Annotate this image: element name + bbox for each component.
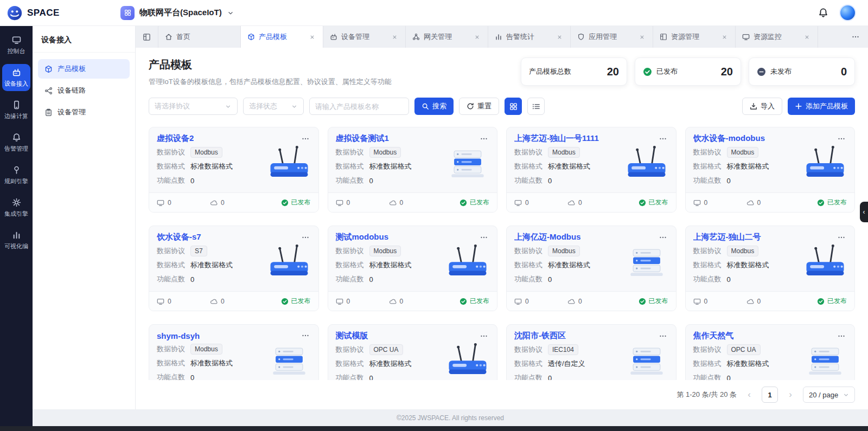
product-card[interactable]: 焦作天然气 数据协议OPC UA 数据格式标准数据格式 功能点数0 — [685, 324, 856, 380]
product-title-link[interactable]: 焦作天然气 — [693, 331, 734, 341]
product-title-link[interactable]: 虚拟设备测试1 — [336, 133, 389, 144]
product-card[interactable]: 饮水设备-modobus 数据协议Modbus 数据格式标准数据格式 功能点数0 — [685, 127, 856, 213]
tab-device-manage[interactable]: 设备管理 — [323, 26, 406, 48]
card-menu-button[interactable] — [837, 134, 847, 144]
product-card[interactable]: 测试modobus 数据协议Modbus 数据格式标准数据格式 功能点数0 — [328, 226, 498, 311]
card-menu-button[interactable] — [659, 331, 668, 341]
sidebar-item-device-manage[interactable]: 设备管理 — [38, 102, 130, 122]
card-menu-button[interactable] — [480, 134, 489, 144]
tab-close-icon[interactable] — [638, 33, 646, 41]
select-placeholder: 选择状态 — [249, 101, 286, 111]
publish-status-badge: 已发布 — [817, 297, 847, 306]
rail-item-rule-engine[interactable]: 规则引擎 — [2, 162, 30, 189]
card-menu-button[interactable] — [480, 233, 489, 242]
points-label: 功能点数 — [157, 274, 185, 284]
tab-close-icon[interactable] — [391, 33, 399, 41]
protocol-tag: IEC104 — [548, 344, 578, 355]
format-value: 标准数据格式 — [727, 260, 769, 270]
product-card[interactable]: 测试模版 数据协议OPC UA 数据格式标准数据格式 功能点数0 — [328, 324, 498, 380]
rail-item-edge-computing[interactable]: 边缘计算 — [2, 97, 30, 124]
user-avatar[interactable] — [839, 4, 856, 21]
card-menu-button[interactable] — [659, 134, 668, 144]
status-select[interactable]: 选择状态 — [243, 98, 304, 115]
protocol-select[interactable]: 请选择协议 — [149, 98, 238, 115]
ellipsis-icon — [659, 332, 667, 340]
tab-resource-manage[interactable]: 资源管理 — [653, 26, 736, 48]
card-menu-button[interactable] — [837, 331, 847, 341]
tab-close-icon[interactable] — [556, 33, 564, 41]
workspace-selector[interactable]: 物联网平台(SpaceIoT) — [120, 6, 234, 20]
next-page-button[interactable]: › — [783, 388, 797, 402]
product-title-link[interactable]: 上海艺迈-独山二号 — [693, 232, 761, 242]
product-card[interactable]: 上海亿迈-Modbus 数据协议Modbus 数据格式标准数据格式 功能点数0 — [506, 226, 676, 311]
product-card[interactable]: 沈阳市-铁西区 数据协议IEC104 数据格式透传/自定义 功能点数0 — [506, 324, 676, 380]
rail-item-device-access[interactable]: 设备接入 — [2, 64, 30, 91]
points-value: 0 — [548, 374, 552, 381]
card-menu-button[interactable] — [659, 233, 668, 242]
rule-engine-icon — [12, 165, 21, 175]
product-title-link[interactable]: 沈阳市-铁西区 — [514, 331, 566, 341]
tab-close-icon[interactable] — [803, 33, 811, 41]
tab-home[interactable]: 首页 — [158, 26, 241, 48]
tab-list-icon-button[interactable] — [136, 26, 158, 48]
protocol-label: 数据协议 — [336, 345, 364, 355]
prev-page-button[interactable]: ‹ — [742, 388, 756, 402]
tab-product-template[interactable]: 产品模板 — [241, 26, 323, 48]
tab-close-icon[interactable] — [473, 33, 481, 41]
more-dots-icon — [851, 33, 860, 41]
list-view-button[interactable] — [527, 98, 545, 115]
sidebar-item-product-template[interactable]: 产品模板 — [38, 59, 130, 79]
card-menu-button[interactable] — [301, 134, 311, 144]
card-menu-button[interactable] — [837, 233, 847, 242]
grid-view-button[interactable] — [505, 98, 522, 115]
page-footer: ©2025 JWSPACE. All rights reserved — [33, 409, 868, 426]
product-card[interactable]: 饮水设备-s7 数据协议S7 数据格式标准数据格式 功能点数0 — [149, 226, 319, 311]
tab-gateway-manage[interactable]: 网关管理 — [406, 26, 488, 48]
tab-close-icon[interactable] — [308, 33, 316, 41]
card-menu-button[interactable] — [301, 233, 311, 242]
product-card[interactable]: 虚拟设备2 数据协议Modbus 数据格式标准数据格式 功能点数0 — [149, 127, 319, 213]
product-title-link[interactable]: 饮水设备-s7 — [157, 232, 201, 242]
tab-resource-monitor[interactable]: 资源监控 — [736, 26, 818, 48]
device-count: 0 — [336, 298, 389, 305]
product-title-link[interactable]: 饮水设备-modobus — [693, 133, 765, 144]
publish-status-label: 已发布 — [649, 198, 668, 207]
notification-bell-icon[interactable] — [818, 8, 828, 18]
tab-app-manage[interactable]: 应用管理 — [571, 26, 653, 48]
rail-item-integration-engine[interactable]: 集成引擎 — [2, 194, 30, 221]
product-card[interactable]: shym-dsyh 数据协议Modbus 数据格式标准数据格式 功能点数0 — [149, 324, 319, 380]
publish-status-badge: 已发布 — [817, 198, 847, 207]
search-button[interactable]: 搜索 — [414, 98, 454, 115]
product-grid: 虚拟设备2 数据协议Modbus 数据格式标准数据格式 功能点数0 — [149, 127, 855, 380]
template-name-input[interactable] — [309, 98, 409, 115]
product-card[interactable]: 上海艺迈-独山一号1111 数据协议Modbus 数据格式标准数据格式 功能点数… — [506, 127, 676, 213]
points-value: 0 — [369, 374, 373, 381]
card-menu-button[interactable] — [480, 331, 489, 341]
publish-status-label: 已发布 — [827, 297, 847, 306]
product-title-link[interactable]: 测试modobus — [336, 232, 389, 242]
product-title-link[interactable]: 上海亿迈-Modbus — [514, 232, 580, 242]
tab-alarm-stats[interactable]: 告警统计 — [488, 26, 571, 48]
card-menu-button[interactable] — [301, 331, 311, 340]
publish-status-badge: 已发布 — [639, 198, 668, 207]
sidebar-item-device-link[interactable]: 设备链路 — [38, 81, 130, 100]
product-card[interactable]: 上海艺迈-独山二号 数据协议Modbus 数据格式标准数据格式 功能点数0 — [685, 226, 856, 311]
add-product-template-button[interactable]: 添加产品模板 — [788, 98, 855, 115]
page-number-button[interactable]: 1 — [762, 387, 778, 403]
page-size-select[interactable]: 20 / page — [803, 387, 855, 403]
tabs-more-button[interactable] — [843, 26, 868, 48]
product-card[interactable]: 虚拟设备测试1 数据协议Modbus 数据格式标准数据格式 功能点数0 — [328, 127, 498, 213]
format-label: 数据格式 — [514, 359, 542, 369]
stat-label: 已发布 — [656, 67, 678, 76]
import-button[interactable]: 导入 — [742, 98, 782, 115]
product-title-link[interactable]: 上海艺迈-独山一号1111 — [514, 133, 599, 144]
collapse-panel-button[interactable]: ‹ — [860, 202, 868, 222]
reset-button[interactable]: 重置 — [459, 98, 499, 115]
rail-item-visualization[interactable]: 可视化编 — [2, 227, 30, 254]
product-title-link[interactable]: 测试模版 — [336, 331, 368, 341]
rail-item-alarm-management[interactable]: 告警管理 — [2, 129, 30, 156]
rail-item-console[interactable]: 控制台 — [2, 31, 30, 59]
product-title-link[interactable]: shym-dsyh — [157, 331, 200, 340]
tab-close-icon[interactable] — [720, 33, 729, 41]
product-title-link[interactable]: 虚拟设备2 — [157, 133, 194, 144]
